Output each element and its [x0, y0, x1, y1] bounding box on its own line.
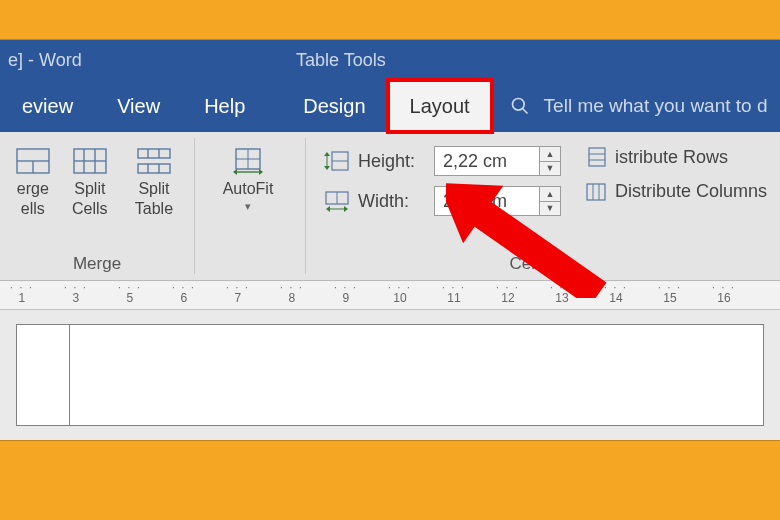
tab-help[interactable]: Help [182, 80, 267, 132]
merge-cells-label-2: ells [21, 200, 45, 218]
group-label-merge: Merge [8, 250, 186, 280]
split-cells-button[interactable]: Split Cells [58, 140, 122, 217]
ruler-tick: · · ·12 [496, 285, 520, 305]
split-cells-label-2: Cells [72, 200, 108, 218]
tab-review-label: eview [22, 95, 73, 118]
context-tab-table-tools[interactable]: Table Tools [286, 40, 396, 80]
tab-layout[interactable]: Layout [388, 80, 492, 132]
split-table-button[interactable]: Split Table [122, 140, 186, 217]
svg-line-1 [522, 109, 527, 114]
spinner-up-icon[interactable]: ▲ [540, 187, 560, 202]
split-cells-label-1: Split [74, 180, 105, 198]
distribute-columns-icon [585, 180, 607, 202]
svg-marker-19 [259, 169, 263, 175]
row-height-control: Height: 2,22 cm ▲▼ [324, 146, 561, 176]
ruler-tick: · · ·1 [10, 285, 34, 305]
split-table-icon [137, 144, 171, 178]
split-table-label-1: Split [138, 180, 169, 198]
ruler-tick: · · ·5 [118, 285, 142, 305]
height-value[interactable]: 2,22 cm [434, 146, 540, 176]
ruler-tick: · · ·6 [172, 285, 196, 305]
ruler-tick: · · ·8 [280, 285, 304, 305]
autofit-icon [231, 144, 265, 178]
ribbon-group-autofit: AutoFit ▾ [195, 132, 305, 280]
merge-cells-label-1: erge [17, 180, 49, 198]
width-value[interactable]: 2,45 cm [434, 186, 540, 216]
tab-design[interactable]: Design [267, 80, 387, 132]
cell-size-inputs: Height: 2,22 cm ▲▼ Width: 2,45 cm ▲▼ [314, 140, 565, 216]
spinner-down-icon[interactable]: ▼ [540, 162, 560, 176]
svg-rect-9 [138, 149, 170, 158]
height-icon [324, 150, 350, 172]
ruler-tick: · · ·16 [712, 285, 736, 305]
document-table[interactable] [16, 324, 764, 426]
ribbon-group-cell-size: Height: 2,22 cm ▲▼ Width: 2,45 cm ▲▼ [306, 132, 780, 280]
ribbon-tabs: eview View Help Design Layout Tell me wh… [0, 80, 780, 132]
tell-me-search[interactable]: Tell me what you want to d [544, 80, 768, 132]
ruler-tick: · · ·13 [550, 285, 574, 305]
width-icon [324, 190, 350, 212]
merge-cells-button[interactable]: erge ells [8, 140, 58, 217]
tab-layout-label: Layout [410, 95, 470, 118]
context-tab-label: Table Tools [296, 50, 386, 71]
ruler-tick: · · ·15 [658, 285, 682, 305]
width-spinner[interactable]: 2,45 cm ▲▼ [434, 186, 561, 216]
split-cells-icon [73, 144, 107, 178]
tab-review[interactable]: eview [0, 80, 95, 132]
svg-point-0 [512, 99, 524, 111]
width-spinner-buttons[interactable]: ▲▼ [540, 186, 561, 216]
ruler-tick: · · ·7 [226, 285, 250, 305]
merge-cells-icon [16, 144, 50, 178]
width-label: Width: [358, 191, 426, 212]
split-table-label-2: Table [135, 200, 173, 218]
chevron-down-icon: ▾ [245, 200, 251, 213]
autofit-button[interactable]: AutoFit ▾ [203, 140, 293, 213]
ruler-tick: · · ·9 [334, 285, 358, 305]
height-label: Height: [358, 151, 426, 172]
window-title: e] - Word [8, 50, 82, 71]
ruler-tick: · · ·11 [442, 285, 466, 305]
document-area[interactable] [0, 310, 780, 440]
ribbon: erge ells Split Cells Split Table [0, 132, 780, 281]
table-cell-border [69, 325, 70, 425]
word-window: e] - Word Table Tools eview View Help De… [0, 40, 780, 440]
svg-rect-10 [138, 164, 170, 173]
height-spinner[interactable]: 2,22 cm ▲▼ [434, 146, 561, 176]
svg-rect-34 [587, 184, 605, 200]
distribute-columns-label: Distribute Columns [615, 181, 767, 202]
ribbon-group-merge: erge ells Split Cells Split Table [0, 132, 194, 280]
distribute-rows-button[interactable]: istribute Rows [585, 146, 767, 168]
spinner-up-icon[interactable]: ▲ [540, 147, 560, 162]
svg-rect-31 [589, 148, 605, 166]
tab-view-label: View [117, 95, 160, 118]
ruler-tick: · · ·14 [604, 285, 628, 305]
distribute-rows-label: istribute Rows [615, 147, 728, 168]
ruler-tick: · · ·10 [388, 285, 412, 305]
title-bar: e] - Word Table Tools [0, 40, 780, 80]
distribute-rows-icon [585, 146, 607, 168]
distribute-buttons: istribute Rows Distribute Columns [565, 140, 771, 202]
spinner-down-icon[interactable]: ▼ [540, 202, 560, 216]
titlebar-area: e] - Word Table Tools eview View Help De… [0, 40, 780, 132]
tell-me-placeholder: Tell me what you want to d [544, 95, 768, 117]
horizontal-ruler[interactable]: · · ·1· · ·3· · ·5· · ·6· · ·7· · ·8· · … [0, 281, 780, 310]
tab-design-label: Design [303, 95, 365, 118]
ruler-tick: · · ·3 [64, 285, 88, 305]
svg-marker-18 [233, 169, 237, 175]
distribute-columns-button[interactable]: Distribute Columns [585, 180, 767, 202]
column-width-control: Width: 2,45 cm ▲▼ [324, 186, 561, 216]
group-label-cell-size: Cell Size [314, 250, 772, 280]
autofit-label: AutoFit [223, 180, 274, 198]
height-spinner-buttons[interactable]: ▲▼ [540, 146, 561, 176]
search-icon[interactable] [510, 80, 530, 132]
tab-view[interactable]: View [95, 80, 182, 132]
tab-help-label: Help [204, 95, 245, 118]
